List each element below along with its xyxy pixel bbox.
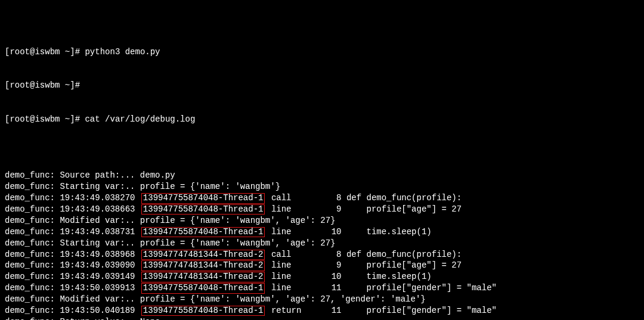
thread-highlight-box: 139947755874048-Thread-1 — [141, 306, 265, 316]
log-rest: line 10 time.sleep(1) — [266, 227, 431, 237]
log-rest: profile = {'name': 'wangbm'} — [135, 182, 280, 191]
log-rest: line 10 time.sleep(1) — [266, 272, 431, 281]
log-prefix: demo_func: 19:43:49.038731 — [5, 227, 140, 237]
log-line: demo_func: 19:43:49.038731 1399477558740… — [5, 226, 639, 238]
log-prefix: demo_func: 19:43:50.040189 — [5, 306, 140, 315]
log-prefix: demo_func: 19:43:49.039149 — [5, 272, 140, 281]
log-output: demo_func: Source path:... demo.pydemo_f… — [5, 170, 639, 320]
log-rest: call 8 def demo_func(profile): — [266, 193, 462, 203]
log-line: demo_func: 19:43:50.040189 1399477558740… — [5, 305, 639, 316]
log-line: demo_func: Starting var:.. profile = {'n… — [5, 181, 639, 192]
log-line: demo_func: 19:43:50.039913 1399477558740… — [5, 282, 639, 294]
terminal[interactable]: [root@iswbm ~]# python3 demo.py [root@is… — [0, 0, 644, 320]
log-line: demo_func: 19:43:49.038968 1399477474813… — [5, 249, 639, 260]
thread-highlight-box: 139947747481344-Thread-2 — [141, 250, 265, 260]
log-prefix: demo_func: Starting var:.. — [5, 182, 135, 191]
log-rest: profile = {'name': 'wangbm', 'age': 27} — [135, 216, 335, 225]
prompt-line: [root@iswbm ~]# python3 demo.py — [5, 46, 639, 58]
log-line: demo_func: Source path:... demo.py — [5, 170, 639, 181]
thread-highlight-box: 139947755874048-Thread-1 — [141, 283, 265, 293]
log-rest: line 11 profile["gender"] = "male" — [266, 283, 496, 293]
log-rest: line 9 profile["age"] = 27 — [266, 204, 462, 214]
log-line: demo_func: Return value:.. None — [5, 316, 639, 320]
log-prefix: demo_func: 19:43:49.038663 — [5, 204, 140, 214]
log-prefix: demo_func: 19:43:49.039090 — [5, 260, 140, 270]
log-rest: profile = {'name': 'wangbm', 'age': 27} — [135, 238, 335, 248]
log-rest: profile = {'name': 'wangbm', 'age': 27, … — [135, 294, 425, 304]
prompt-line: [root@iswbm ~]# — [5, 80, 639, 91]
log-prefix: demo_func: Return value:.. — [5, 317, 135, 320]
thread-highlight-box: 139947747481344-Thread-2 — [141, 272, 265, 282]
log-line: demo_func: Modified var:.. profile = {'n… — [5, 294, 639, 305]
command: python3 demo.py — [85, 47, 160, 57]
thread-highlight-box: 139947755874048-Thread-1 — [141, 204, 265, 215]
thread-highlight-box: 139947747481344-Thread-2 — [141, 260, 265, 271]
log-prefix: demo_func: Starting var:.. — [5, 238, 135, 248]
log-line: demo_func: 19:43:49.039149 1399477474813… — [5, 271, 639, 282]
log-rest: return 11 profile["gender"] = "male" — [266, 306, 496, 315]
log-line: demo_func: Starting var:.. profile = {'n… — [5, 238, 639, 249]
log-rest: demo.py — [135, 170, 175, 180]
log-prefix: demo_func: Modified var:.. — [5, 216, 135, 225]
log-prefix: demo_func: 19:43:49.038968 — [5, 250, 140, 259]
log-line: demo_func: 19:43:49.039090 1399477474813… — [5, 260, 639, 271]
thread-highlight-box: 139947755874048-Thread-1 — [141, 227, 265, 237]
log-prefix: demo_func: Source path:... — [5, 170, 135, 180]
thread-highlight-box: 139947755874048-Thread-1 — [141, 193, 265, 203]
command: cat /var/log/debug.log — [85, 114, 195, 124]
log-rest: None — [135, 317, 160, 320]
log-prefix: demo_func: Modified var:.. — [5, 294, 135, 304]
prompt-line: [root@iswbm ~]# cat /var/log/debug.log — [5, 114, 639, 125]
log-line: demo_func: Modified var:.. profile = {'n… — [5, 215, 639, 226]
log-prefix: demo_func: 19:43:50.039913 — [5, 283, 140, 293]
log-rest: line 9 profile["age"] = 27 — [266, 260, 462, 270]
log-rest: call 8 def demo_func(profile): — [266, 250, 462, 259]
log-line: demo_func: 19:43:49.038270 1399477558740… — [5, 192, 639, 204]
log-line: demo_func: 19:43:49.038663 1399477558740… — [5, 204, 639, 215]
log-prefix: demo_func: 19:43:49.038270 — [5, 193, 140, 203]
